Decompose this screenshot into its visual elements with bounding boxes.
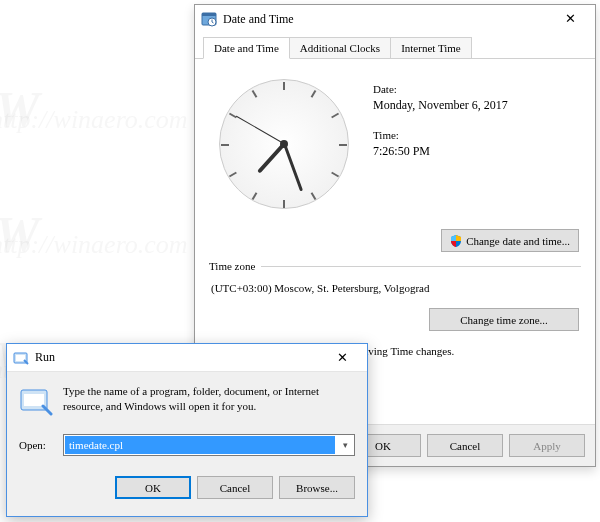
run-dialog-icon xyxy=(19,384,53,418)
chevron-down-icon[interactable]: ▾ xyxy=(336,440,354,450)
close-button[interactable]: ✕ xyxy=(549,6,591,32)
date-info: Date: Monday, November 6, 2017 Time: 7:2… xyxy=(373,79,508,175)
button-label: Change date and time... xyxy=(466,235,570,247)
run-window: Run ✕ Type the name of a program, folder… xyxy=(6,343,368,517)
change-time-zone-button[interactable]: Change time zone... xyxy=(429,308,579,331)
time-label: Time: xyxy=(373,129,508,141)
tab-body: Date: Monday, November 6, 2017 Time: 7:2… xyxy=(195,59,595,379)
apply-button[interactable]: Apply xyxy=(509,434,585,457)
cancel-button[interactable]: Cancel xyxy=(197,476,273,499)
button-label: OK xyxy=(145,482,161,494)
ok-button[interactable]: OK xyxy=(115,476,191,499)
button-label: Apply xyxy=(533,440,561,452)
tab-internet-time[interactable]: Internet Time xyxy=(390,37,472,58)
open-label: Open: xyxy=(19,439,55,451)
titlebar[interactable]: Run ✕ xyxy=(7,344,367,372)
button-label: OK xyxy=(375,440,391,452)
open-combobox[interactable]: ▾ xyxy=(63,434,355,456)
browse-button[interactable]: Browse... xyxy=(279,476,355,499)
svg-rect-6 xyxy=(24,394,44,406)
run-button-bar: OK Cancel Browse... xyxy=(7,466,367,509)
close-button[interactable]: ✕ xyxy=(321,345,363,371)
tab-strip: Date and Time Additional Clocks Internet… xyxy=(195,33,595,59)
tab-additional-clocks[interactable]: Additional Clocks xyxy=(289,37,391,58)
date-value: Monday, November 6, 2017 xyxy=(373,98,508,113)
button-label: Cancel xyxy=(450,440,481,452)
tab-date-time[interactable]: Date and Time xyxy=(203,37,290,59)
time-value: 7:26:50 PM xyxy=(373,144,508,159)
svg-rect-4 xyxy=(16,355,25,361)
shield-icon xyxy=(450,235,462,247)
tab-label: Internet Time xyxy=(401,42,461,54)
close-icon: ✕ xyxy=(337,350,348,366)
svg-rect-1 xyxy=(202,13,216,16)
run-message: Type the name of a program, folder, docu… xyxy=(63,384,355,418)
window-title: Date and Time xyxy=(223,12,549,27)
button-label: Change time zone... xyxy=(460,314,548,326)
titlebar[interactable]: Date and Time ✕ xyxy=(195,5,595,33)
time-zone-value: (UTC+03:00) Moscow, St. Petersburg, Volg… xyxy=(209,278,581,302)
section-header: Time zone xyxy=(209,260,255,272)
open-input[interactable] xyxy=(65,436,335,454)
analog-clock xyxy=(219,79,349,209)
tab-label: Additional Clocks xyxy=(300,42,380,54)
close-icon: ✕ xyxy=(565,11,576,27)
cancel-button[interactable]: Cancel xyxy=(427,434,503,457)
button-label: Cancel xyxy=(220,482,251,494)
window-title: Run xyxy=(35,350,321,365)
date-time-icon xyxy=(201,11,217,27)
date-label: Date: xyxy=(373,83,508,95)
tab-label: Date and Time xyxy=(214,42,279,54)
change-date-time-button[interactable]: Change date and time... xyxy=(441,229,579,252)
run-icon xyxy=(13,350,29,366)
button-label: Browse... xyxy=(296,482,338,494)
time-zone-section: Time zone xyxy=(209,260,581,272)
